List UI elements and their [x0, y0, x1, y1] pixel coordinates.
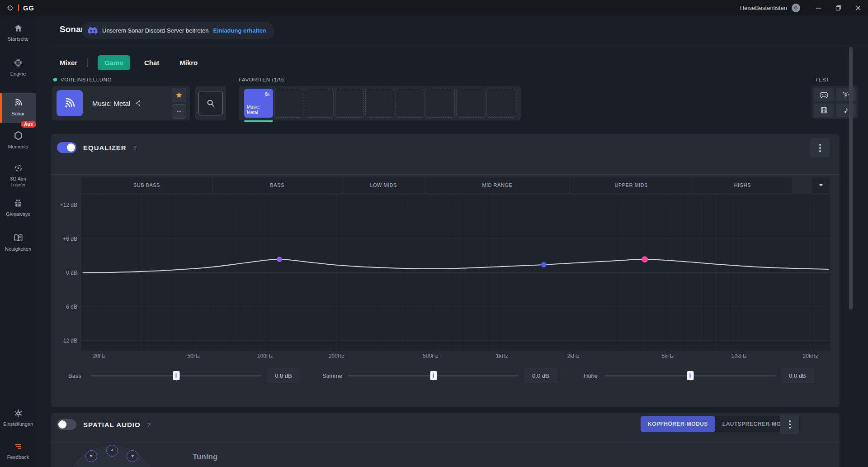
close-button[interactable]	[848, 0, 868, 15]
spatial-audio-toggle[interactable]	[57, 419, 76, 430]
favorite-tile-empty[interactable]	[396, 89, 425, 118]
share-icon[interactable]	[134, 100, 142, 107]
panel-divider	[51, 174, 840, 175]
bass-slider-track[interactable]	[91, 375, 261, 376]
search-button[interactable]	[198, 91, 223, 115]
discord-invite-link[interactable]: Einladung erhalten	[213, 27, 266, 34]
sidebar-item-moments[interactable]: Aus Moments	[0, 130, 36, 150]
equalizer-menu-button[interactable]	[810, 138, 830, 157]
preset-more-button[interactable]	[172, 104, 186, 119]
hoehe-slider-handle[interactable]	[687, 371, 693, 380]
eq-node[interactable]	[541, 262, 547, 267]
favorite-tile-empty[interactable]	[426, 89, 455, 118]
favorite-tile-empty[interactable]	[274, 89, 303, 118]
favorite-tile-empty[interactable]	[365, 89, 394, 118]
eq-node[interactable]	[277, 257, 282, 262]
headphone-mode-button[interactable]: KOPFHÖRER-MODUS	[641, 416, 715, 432]
restore-button[interactable]	[828, 0, 848, 15]
speaker-front-left-icon[interactable]	[85, 450, 97, 462]
equalizer-panel: EQUALIZER ? SUB BASS BASS LOW MIDS MID R…	[51, 134, 840, 407]
spatial-audio-panel: SPATIAL AUDIO ? KOPFHÖRER-MODUS LAUTSPRE…	[51, 413, 840, 467]
tuning-heading: Tuning	[193, 453, 217, 462]
preset-tile[interactable]	[57, 90, 83, 116]
stimme-value-field[interactable]: 0.0 dB	[524, 368, 557, 383]
equalizer-help-icon[interactable]: ?	[133, 144, 137, 151]
test-music-sample-button[interactable]	[836, 104, 856, 117]
moments-off-badge: Aus	[21, 121, 36, 128]
app-name: GG	[23, 4, 34, 12]
eq-x-tick: 200Hz	[329, 353, 344, 359]
hexagon-icon	[13, 130, 24, 141]
speaker-center-icon[interactable]	[106, 445, 118, 457]
favorite-tile-empty[interactable]	[486, 89, 515, 118]
band-highs[interactable]: HIGHS	[693, 177, 792, 193]
bass-value-field[interactable]: 0.0 dB	[267, 368, 300, 383]
favorite-tile-empty[interactable]	[456, 89, 485, 118]
eq-curve-graph[interactable]	[81, 195, 830, 351]
eq-node[interactable]	[642, 256, 648, 262]
hoehe-value-field[interactable]: 0.0 dB	[781, 368, 814, 383]
sidebar-item-sonar[interactable]: Sonar	[0, 93, 36, 123]
minimize-button[interactable]	[808, 0, 828, 15]
eq-x-tick: 2kHz	[567, 353, 580, 359]
spatial-audio-help-icon[interactable]: ?	[147, 421, 151, 428]
user-name[interactable]: HeiseBestenlisten	[740, 5, 787, 11]
equalizer-toggle[interactable]	[57, 142, 76, 153]
tab-mikro[interactable]: Mikro	[179, 59, 198, 67]
gear-icon	[14, 409, 23, 418]
band-low-mids[interactable]: LOW MIDS	[343, 177, 425, 193]
main-content: Sonar Unserem Sonar Discord-Server beitr…	[36, 15, 868, 467]
equalizer-title: EQUALIZER	[83, 144, 127, 152]
preset-card: Music: Metal	[52, 86, 190, 120]
vertical-scrollbar[interactable]	[849, 47, 853, 310]
panel-divider	[51, 443, 840, 443]
sidebar-item-3d-aim-trainer[interactable]: 3D Aim Trainer	[0, 163, 36, 188]
eq-x-tick: 1kHz	[496, 353, 508, 359]
favorite-tile-active[interactable]: Music: Metal	[244, 89, 273, 118]
film-strip-icon	[820, 107, 828, 114]
preset-search-card	[195, 86, 226, 120]
test-movie-sample-button[interactable]	[814, 104, 834, 117]
band-mid-range[interactable]: MID RANGE	[425, 177, 569, 193]
tab-bar: Mixer Game Chat Mikro	[60, 54, 198, 71]
avatar[interactable]	[792, 4, 800, 12]
test-game-sample-button[interactable]	[814, 88, 834, 101]
sidebar-item-engine[interactable]: Engine	[0, 58, 36, 77]
speaker-front-right-icon[interactable]	[127, 450, 138, 462]
favorite-tile-empty[interactable]	[305, 89, 334, 118]
preset-section-label: VOREINSTELLUNG	[53, 77, 112, 82]
sidebar-item-einstellungen[interactable]: Einstellungen	[0, 409, 36, 427]
bass-slider-group: Bass 0.0 dB	[68, 367, 300, 384]
tab-mixer[interactable]: Mixer	[60, 59, 77, 67]
stimme-slider-handle[interactable]	[430, 371, 437, 380]
eq-y-tick: -6 dB	[64, 304, 77, 310]
bass-slider-handle[interactable]	[173, 371, 179, 380]
header-divider	[51, 44, 868, 44]
sidebar-item-giveaways[interactable]: Giveaways	[0, 198, 36, 217]
tab-game[interactable]: Game	[98, 55, 130, 70]
eq-x-axis-labels: 20Hz50Hz100Hz200Hz500Hz1kHz2kHz5kHz10kHz…	[81, 353, 830, 361]
favorite-tile-empty[interactable]	[335, 89, 364, 118]
sidebar-item-feedback[interactable]: Feedback	[0, 441, 36, 460]
eq-y-tick: +6 dB	[63, 236, 77, 242]
stimme-slider-track[interactable]	[348, 375, 519, 376]
spatial-menu-button[interactable]	[780, 415, 799, 434]
brand: GG	[0, 4, 34, 12]
eq-y-tick: +12 dB	[60, 202, 77, 208]
bass-slider-label: Bass	[68, 372, 91, 379]
test-voice-sample-button[interactable]	[836, 88, 856, 101]
favorite-star-button[interactable]	[172, 88, 186, 102]
discord-banner[interactable]: Unserem Sonar Discord-Server beitreten E…	[82, 22, 274, 39]
eq-x-tick: 10kHz	[731, 353, 747, 359]
sidebar-item-neuigkeiten[interactable]: Neuigkeiten	[0, 233, 36, 252]
gift-icon	[13, 198, 23, 208]
band-sub-bass[interactable]: SUB BASS	[81, 177, 212, 193]
band-expand-button[interactable]	[812, 177, 830, 193]
hoehe-slider-track[interactable]	[605, 375, 775, 376]
band-bass[interactable]: BASS	[213, 177, 342, 193]
band-upper-mids[interactable]: UPPER MIDS	[570, 177, 693, 193]
sidebar-item-startseite[interactable]: Startseite	[0, 24, 36, 42]
tab-chat[interactable]: Chat	[144, 59, 159, 67]
steelseries-logo-icon	[6, 4, 14, 12]
hoehe-slider-group: Höhe 0.0 dB	[584, 367, 814, 384]
